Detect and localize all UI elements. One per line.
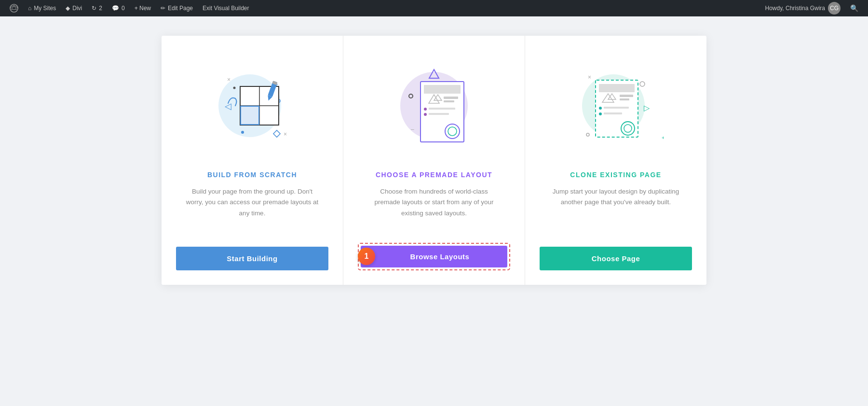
browse-layouts-button[interactable]: Browse Layouts [361,246,507,267]
edit-page-item[interactable]: ✏ Edit Page [157,0,197,16]
scratch-x2: × [284,131,287,138]
scratch-x-deco: × [227,76,231,83]
premade-title: CHOOSE A PREMADE LAYOUT [376,171,492,179]
clone-row1 [604,107,629,109]
cards-container: × + ◁ [162,36,706,285]
scratch-blue-cell [241,106,259,125]
wp-logo-item[interactable] [6,0,22,16]
comments-count: 0 [122,5,125,12]
clone-line1 [620,95,633,97]
premade-line2 [444,100,454,102]
search-icon[interactable]: 🔍 [846,4,862,12]
avatar: CG [828,2,841,14]
clone-header-bar [599,84,635,92]
browse-layouts-wrapper: 1 Browse Layouts [358,243,510,270]
clone-circle-deco [640,82,645,86]
new-item[interactable]: + New [131,0,155,16]
clone-desc: Jump start your layout design by duplica… [548,186,683,208]
edit-icon: ✏ [161,5,165,12]
premade-layout-card: × – [343,36,525,285]
clone-teal-dot1 [599,107,602,110]
scratch-title: BUILD FROM SCRATCH [207,171,297,179]
start-building-button[interactable]: Start Building [176,247,328,270]
clone-illustration: × + [568,60,664,156]
comments-icon: 💬 [112,5,119,12]
divi-label: Divi [72,5,82,12]
premade-row-line2 [429,113,449,115]
comments-item[interactable]: 💬 0 [108,0,129,16]
premade-line1 [444,97,458,99]
updates-count: 2 [99,5,102,12]
build-from-scratch-card: × + ◁ [162,36,343,285]
premade-x2-deco: – [411,126,414,133]
clone-teal-dot2 [599,112,602,115]
divi-item[interactable]: ◆ Divi [62,0,86,16]
new-label: + New [135,5,151,12]
premade-row-line1 [429,108,455,110]
user-info[interactable]: Howdy, Christina Gwira CG [761,2,844,14]
main-content: × + ◁ [0,16,868,406]
clone-svg: × + [568,60,664,156]
scratch-diamond [273,130,280,137]
divi-icon: ◆ [66,5,70,12]
clone-line2 [620,98,629,100]
clone-row2 [604,112,622,114]
exit-builder-item[interactable]: Exit Visual Builder [199,0,253,16]
clone-page-card: × + [525,36,706,285]
my-sites-label: My Sites [34,5,56,12]
premade-purple-dot2 [424,113,427,116]
clone-title: CLONE EXISTING PAGE [570,171,661,179]
updates-item[interactable]: ↻ 2 [88,0,106,16]
admin-bar: ⌂ My Sites ◆ Divi ↻ 2 💬 0 + New ✏ Edit P… [0,0,868,16]
clone-plus-deco: + [662,135,664,140]
wordpress-icon [10,4,18,13]
premade-svg: × – [386,60,482,156]
premade-dot-left [409,94,413,98]
my-sites-item[interactable]: ⌂ My Sites [24,0,60,16]
premade-triangle [429,70,439,78]
updates-icon: ↻ [92,5,96,12]
clone-dot-bl [586,133,589,136]
scratch-small-dot [233,87,236,89]
clone-arrow: ▷ [644,104,650,112]
premade-purple-dot [424,108,427,111]
browse-badge: 1 [358,248,375,265]
premade-illustration: × – [386,60,482,156]
my-sites-icon: ⌂ [28,5,31,12]
clone-x-deco: × [588,74,591,81]
scratch-illustration: × + ◁ [204,60,300,156]
premade-header-bar [424,85,461,94]
choose-page-button[interactable]: Choose Page [540,247,692,270]
badge-number: 1 [365,252,369,261]
user-greeting: Howdy, Christina Gwira [765,5,825,12]
premade-desc: Choose from hundreds of world-class prem… [366,186,502,219]
scratch-desc: Build your page from the ground up. Don'… [185,186,320,219]
scratch-svg: × + ◁ [204,60,300,156]
edit-page-label: Edit Page [168,5,193,12]
scratch-dot [241,131,244,134]
exit-builder-label: Exit Visual Builder [203,5,249,12]
